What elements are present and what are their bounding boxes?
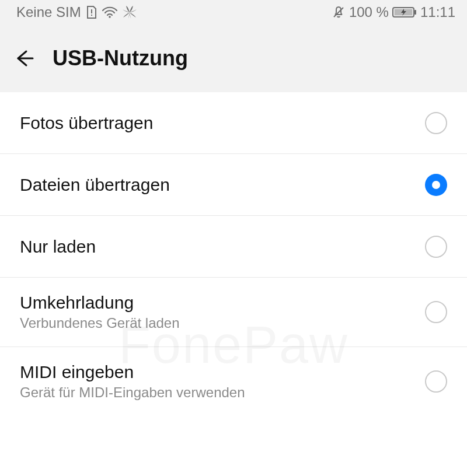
radio-icon[interactable] <box>425 370 447 393</box>
option-photos[interactable]: Fotos übertragen <box>0 92 467 154</box>
svg-rect-6 <box>414 10 416 15</box>
option-label: MIDI eingeben <box>20 362 245 382</box>
option-sublabel: Verbundenes Gerät laden <box>20 315 180 331</box>
svg-rect-0 <box>91 9 92 13</box>
option-charge-only[interactable]: Nur laden <box>0 216 467 278</box>
option-label: Umkehrladung <box>20 293 180 313</box>
status-right: 100 % 11:11 <box>332 4 455 20</box>
radio-icon[interactable] <box>425 301 447 323</box>
radio-selected-icon[interactable] <box>425 174 447 196</box>
mute-icon <box>332 5 346 19</box>
usb-options-list: Fotos übertragen Dateien übertragen Nur … <box>0 92 467 416</box>
title-bar: USB-Nutzung <box>0 24 467 92</box>
option-sublabel: Gerät für MIDI-Eingaben verwenden <box>20 384 245 401</box>
radio-icon[interactable] <box>425 236 447 258</box>
option-midi[interactable]: MIDI eingeben Gerät für MIDI-Eingaben ve… <box>0 347 467 416</box>
option-label: Nur laden <box>20 237 96 257</box>
sim-alert-icon <box>86 5 97 19</box>
carrier-text: Keine SIM <box>16 4 81 20</box>
battery-charging-icon <box>392 6 417 18</box>
status-left: Keine SIM <box>16 4 137 20</box>
svg-rect-1 <box>91 15 92 16</box>
option-label: Fotos übertragen <box>20 113 153 133</box>
svg-line-3 <box>334 8 343 17</box>
radio-icon[interactable] <box>425 112 447 134</box>
option-files[interactable]: Dateien übertragen <box>0 154 467 216</box>
back-arrow-icon[interactable] <box>13 47 36 70</box>
huawei-logo-icon <box>122 5 137 19</box>
option-label: Dateien übertragen <box>20 175 170 195</box>
battery-percent-text: 100 % <box>349 4 389 20</box>
status-bar: Keine SIM <box>0 0 467 24</box>
wifi-icon <box>102 6 117 18</box>
page-title: USB-Nutzung <box>53 46 188 71</box>
option-reverse-charge[interactable]: Umkehrladung Verbundenes Gerät laden <box>0 278 467 347</box>
clock-text: 11:11 <box>420 4 455 20</box>
svg-point-2 <box>109 16 111 18</box>
